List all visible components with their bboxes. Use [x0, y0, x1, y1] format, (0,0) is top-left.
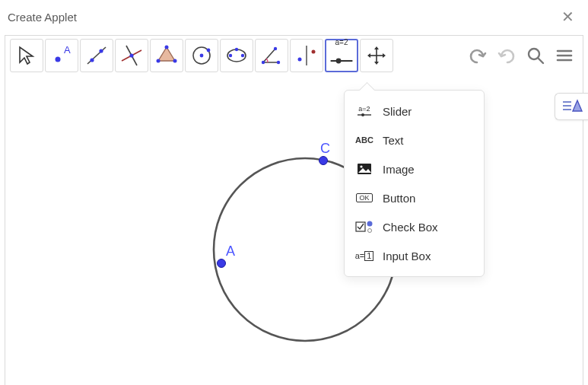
svg-point-39 — [360, 165, 362, 167]
dropdown-item-slider[interactable]: a=2 Slider — [345, 97, 484, 126]
svg-point-4 — [99, 49, 103, 52]
search-button[interactable] — [522, 42, 549, 69]
checkbox-icon — [355, 219, 373, 234]
titlebar: Create Applet ✕ — [0, 0, 588, 35]
svg-point-34 — [218, 259, 226, 268]
svg-point-16 — [229, 54, 232, 57]
dropdown-item-inputbox[interactable]: a=1 Input Box — [345, 241, 484, 270]
svg-point-23 — [298, 58, 302, 62]
dropdown-item-image[interactable]: Image — [345, 154, 484, 183]
canvas-svg: AC — [5, 73, 583, 385]
polygon-tool[interactable] — [150, 39, 183, 72]
ellipse-tool[interactable] — [220, 39, 253, 72]
reflect-tool[interactable] — [290, 39, 323, 72]
svg-point-0 — [56, 57, 61, 62]
svg-point-35 — [319, 157, 328, 165]
slider-tool-dropdown: a=2 Slider ABC Text Image OK Button Chec… — [344, 90, 485, 277]
svg-marker-46 — [573, 100, 582, 111]
toolbar: A a=2 — [5, 35, 583, 76]
dropdown-item-label: Check Box — [383, 221, 438, 234]
line-tool[interactable] — [80, 39, 113, 72]
svg-line-30 — [539, 59, 543, 63]
move-tool[interactable] — [10, 39, 43, 72]
point-tool[interactable]: A — [45, 39, 78, 72]
page-title: Create Applet — [8, 11, 77, 24]
svg-point-10 — [173, 59, 177, 63]
slider-icon: a=2 — [355, 103, 373, 119]
dropdown-item-text[interactable]: ABC Text — [345, 126, 484, 154]
svg-point-13 — [200, 54, 204, 58]
point-label-C: C — [320, 141, 330, 156]
dropdown-item-label: Image — [383, 163, 415, 176]
perpendicular-tool[interactable] — [115, 39, 148, 72]
point-A[interactable]: A — [218, 243, 236, 268]
redo-button[interactable] — [493, 42, 520, 69]
svg-line-2 — [87, 47, 106, 64]
undo-button[interactable] — [464, 42, 491, 69]
svg-point-29 — [529, 49, 539, 59]
svg-text:A: A — [64, 44, 71, 56]
slider-tool-icon: a=2 — [329, 38, 354, 74]
svg-point-26 — [336, 58, 342, 63]
dropdown-item-label: Text — [383, 134, 404, 147]
svg-point-3 — [90, 58, 94, 62]
slider-tool[interactable]: a=2 — [325, 39, 358, 72]
svg-point-17 — [241, 54, 244, 57]
svg-point-18 — [235, 48, 238, 51]
style-bar-toggle[interactable] — [555, 93, 588, 120]
svg-point-14 — [207, 49, 211, 52]
close-icon[interactable]: ✕ — [557, 6, 579, 27]
svg-rect-40 — [356, 222, 365, 231]
text-icon: ABC — [355, 132, 373, 148]
graphics-view[interactable]: AC — [5, 73, 583, 385]
svg-point-37 — [361, 113, 364, 116]
svg-point-41 — [367, 221, 373, 227]
image-icon — [355, 161, 373, 177]
dropdown-item-label: Button — [383, 192, 415, 205]
move-graphics-tool[interactable] — [360, 39, 393, 72]
svg-point-11 — [157, 59, 161, 63]
dropdown-item-checkbox[interactable]: Check Box — [345, 212, 484, 241]
button-icon: OK — [355, 190, 373, 205]
svg-point-20 — [277, 61, 280, 64]
svg-point-42 — [368, 229, 372, 233]
svg-point-19 — [262, 61, 265, 64]
point-label-A: A — [226, 243, 235, 259]
svg-point-24 — [312, 50, 316, 54]
menu-button[interactable] — [551, 42, 578, 69]
svg-point-9 — [165, 46, 169, 49]
svg-point-7 — [129, 53, 133, 57]
svg-point-21 — [274, 47, 277, 50]
dropdown-item-label: Slider — [383, 105, 412, 118]
dropdown-item-label: Input Box — [383, 250, 431, 262]
angle-tool[interactable] — [255, 39, 288, 72]
dropdown-item-button[interactable]: OK Button — [345, 183, 484, 212]
inputbox-icon: a=1 — [355, 248, 373, 263]
circle-tool[interactable] — [185, 39, 218, 72]
svg-marker-8 — [158, 47, 175, 61]
